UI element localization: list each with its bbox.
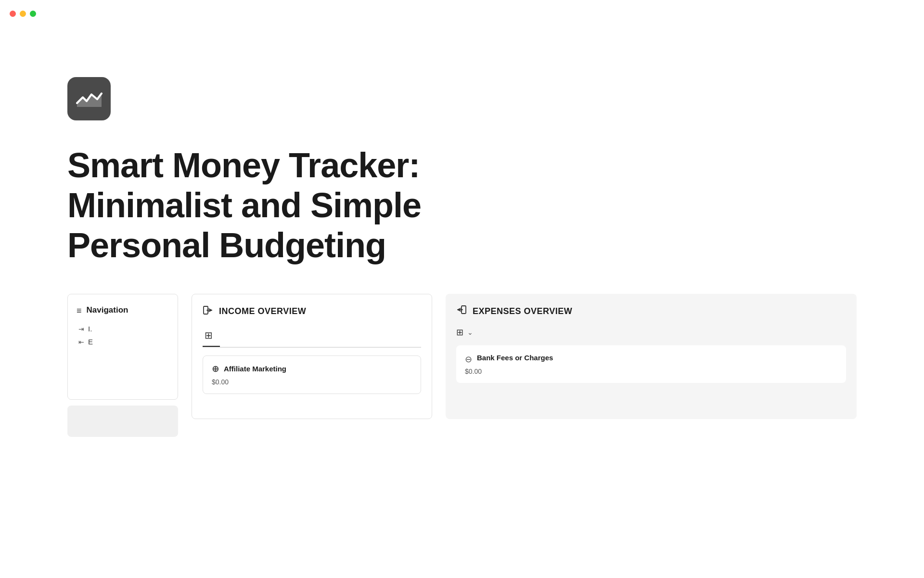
tab-separator bbox=[203, 347, 421, 348]
nav-card-title: Navigation bbox=[87, 305, 128, 315]
expenses-chevron-icon[interactable]: ⌄ bbox=[467, 328, 473, 336]
income-item-header: ⊕ Affiliate Marketing bbox=[212, 364, 412, 374]
nav-card-container: ≡ Navigation ⇥ I. ⇤ E bbox=[67, 294, 178, 437]
income-item-affiliate[interactable]: ⊕ Affiliate Marketing $0.00 bbox=[203, 355, 421, 394]
expenses-overview-title: EXPENSES OVERVIEW bbox=[473, 306, 572, 317]
nav-card-gray bbox=[67, 406, 178, 437]
minus-circle-icon: ⊖ bbox=[465, 354, 472, 365]
plus-icon: ⊕ bbox=[212, 364, 219, 374]
expenses-overview-card: EXPENSES OVERVIEW ⊞ ⌄ ⊖ Bank Fees or Cha… bbox=[446, 294, 857, 419]
expenses-header-icon bbox=[456, 304, 467, 317]
traffic-lights bbox=[10, 11, 36, 17]
cards-row: ≡ Navigation ⇥ I. ⇤ E bbox=[67, 294, 857, 437]
income-item-title: Affiliate Marketing bbox=[224, 365, 286, 373]
income-nav-icon: ⇥ bbox=[78, 325, 84, 333]
income-overview-title: INCOME OVERVIEW bbox=[219, 306, 306, 316]
expense-item-bank-fees[interactable]: ⊖ Bank Fees or Charges $0.00 bbox=[456, 345, 846, 383]
app-icon bbox=[67, 77, 111, 120]
navigation-card: ≡ Navigation ⇥ I. ⇤ E bbox=[67, 294, 178, 400]
expenses-nav-icon: ⇤ bbox=[78, 338, 84, 346]
income-header-icon bbox=[203, 305, 213, 318]
traffic-light-green[interactable] bbox=[30, 11, 36, 17]
income-overview-card: INCOME OVERVIEW ⊞ ⊕ Affiliate Marketing … bbox=[192, 294, 432, 419]
expense-item-header: ⊖ Bank Fees or Charges bbox=[465, 353, 837, 365]
income-card-header: INCOME OVERVIEW bbox=[203, 305, 421, 318]
nav-item-income-label: I. bbox=[88, 325, 92, 333]
traffic-light-yellow[interactable] bbox=[20, 11, 26, 17]
income-item-value: $0.00 bbox=[212, 378, 412, 386]
nav-items: ⇥ I. ⇤ E bbox=[77, 325, 169, 346]
gallery-icon: ⊞ bbox=[205, 330, 213, 341]
nav-item-income[interactable]: ⇥ I. bbox=[78, 325, 169, 333]
income-tab-gallery[interactable]: ⊞ bbox=[203, 326, 215, 345]
income-tabs: ⊞ bbox=[203, 326, 421, 345]
nav-card-header: ≡ Navigation bbox=[77, 305, 169, 316]
traffic-light-red[interactable] bbox=[10, 11, 16, 17]
expenses-card-header: EXPENSES OVERVIEW bbox=[456, 304, 846, 317]
main-content: Smart Money Tracker: Minimalist and Simp… bbox=[0, 0, 924, 475]
expense-item-title: Bank Fees or Charges bbox=[477, 353, 553, 363]
expenses-gallery-icon[interactable]: ⊞ bbox=[456, 327, 463, 338]
nav-item-expenses[interactable]: ⇤ E bbox=[78, 338, 169, 346]
page-title: Smart Money Tracker: Minimalist and Simp… bbox=[67, 145, 500, 265]
hamburger-icon: ≡ bbox=[77, 306, 82, 316]
expenses-tabs-row: ⊞ ⌄ bbox=[456, 327, 846, 338]
expense-item-value: $0.00 bbox=[465, 368, 837, 375]
nav-item-expenses-label: E bbox=[88, 338, 93, 346]
